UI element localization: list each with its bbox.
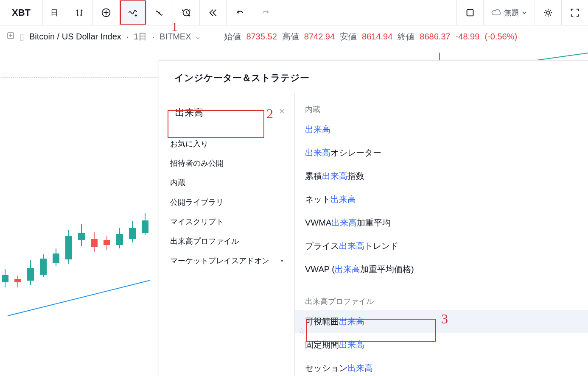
results-group-header-2: 出来高プロファイル — [295, 289, 588, 310]
alert-icon[interactable] — [173, 0, 200, 25]
redo-icon[interactable] — [253, 0, 279, 25]
low-label: 安値 — [340, 31, 357, 42]
modal-title: インジケーター＆ストラテジー — [159, 61, 588, 93]
svg-rect-2 — [467, 9, 473, 16]
favorite-star-icon[interactable]: ☆ — [298, 326, 305, 336]
svg-point-3 — [546, 11, 549, 14]
indicator-result[interactable]: 固定期間出来高 — [295, 333, 588, 357]
indicators-modal: インジケーター＆ストラテジー ✕ お気に入り招待者のみ公開内蔵公開ライブラリマイ… — [159, 60, 588, 376]
change-abs: -48.99 — [456, 32, 480, 42]
interval-button[interactable]: 日 — [43, 0, 66, 25]
top-toolbar: XBT 日 — [0, 0, 588, 25]
category-item[interactable]: 内蔵 — [170, 173, 283, 192]
trend-line — [8, 280, 150, 316]
compare-icon[interactable] — [93, 0, 120, 25]
templates-icon[interactable] — [146, 0, 173, 25]
modal-results: 内蔵 出来高出来高オシレーター累積出来高指数ネット出来高VWMA出来高加重平均プ… — [295, 93, 588, 376]
change-pct: (-0.56%) — [484, 32, 517, 42]
modal-sidebar: ✕ お気に入り招待者のみ公開内蔵公開ライブラリマイスクリプト出来高プロファイルマ… — [159, 93, 295, 376]
layout-name-label: 無題 — [504, 8, 519, 18]
fullscreen-icon[interactable] — [561, 0, 588, 25]
indicator-result[interactable]: 出来高 — [295, 118, 588, 141]
indicator-result[interactable]: VWAP (出来高加重平均価格) — [295, 258, 588, 281]
add-pane-icon[interactable] — [7, 32, 14, 42]
clear-search-icon[interactable]: ✕ — [279, 107, 285, 116]
indicators-icon[interactable] — [120, 0, 146, 25]
indicator-result[interactable]: 累積出来高指数 — [295, 164, 588, 188]
indicator-result[interactable]: プライス出来高トレンド — [295, 234, 588, 258]
category-item[interactable]: 招待者のみ公開 — [170, 153, 283, 173]
indicator-result[interactable]: VWMA出来高加重平均 — [295, 211, 588, 234]
chevron-down-icon — [522, 10, 527, 15]
replay-icon[interactable] — [200, 0, 227, 25]
settings-icon[interactable] — [535, 0, 561, 25]
results-group-header-1: 内蔵 — [295, 97, 588, 118]
flag-icon[interactable]: ▯ — [20, 32, 24, 42]
category-item[interactable]: お気に入り — [170, 134, 283, 153]
layout-icon[interactable] — [456, 0, 483, 25]
search-wrapper: ✕ — [170, 101, 283, 125]
symbol-name[interactable]: Bitcoin / US Dollar Index — [29, 32, 121, 42]
indicator-result[interactable]: 出来高オシレーター — [295, 141, 588, 164]
indicator-result[interactable]: ネット出来高 — [295, 188, 588, 211]
close-value: 8686.37 — [420, 32, 450, 42]
open-value: 8735.52 — [246, 32, 277, 42]
search-input[interactable] — [175, 107, 292, 118]
category-item[interactable]: マーケットプレイスアドオン▾ — [170, 251, 283, 270]
undo-icon[interactable] — [227, 0, 253, 25]
candles-icon[interactable] — [66, 0, 93, 25]
high-label: 高値 — [282, 31, 299, 42]
symbol-button[interactable]: XBT — [0, 0, 43, 25]
chevron-down-icon: ▾ — [281, 258, 283, 264]
layout-name-button[interactable]: 無題 — [483, 0, 535, 25]
low-value: 8614.94 — [362, 32, 392, 42]
symbol-exchange[interactable]: BITMEX — [160, 32, 191, 42]
category-item[interactable]: 出来高プロファイル — [170, 231, 283, 251]
category-item[interactable]: 公開ライブラリ — [170, 192, 283, 212]
open-label: 始値 — [224, 31, 241, 42]
indicator-result[interactable]: 可視範囲出来高 — [295, 310, 588, 333]
category-item[interactable]: マイスクリプト — [170, 212, 283, 231]
indicator-result[interactable]: セッション出来高 — [295, 357, 588, 376]
symbol-period: 1日 — [134, 31, 147, 42]
high-value: 8742.94 — [304, 32, 335, 42]
symbol-infobar: ▯ Bitcoin / US Dollar Index · 1日 · BITME… — [0, 25, 588, 48]
chevron-down-icon[interactable]: ⌵ — [196, 33, 199, 40]
close-label: 終値 — [398, 31, 414, 42]
